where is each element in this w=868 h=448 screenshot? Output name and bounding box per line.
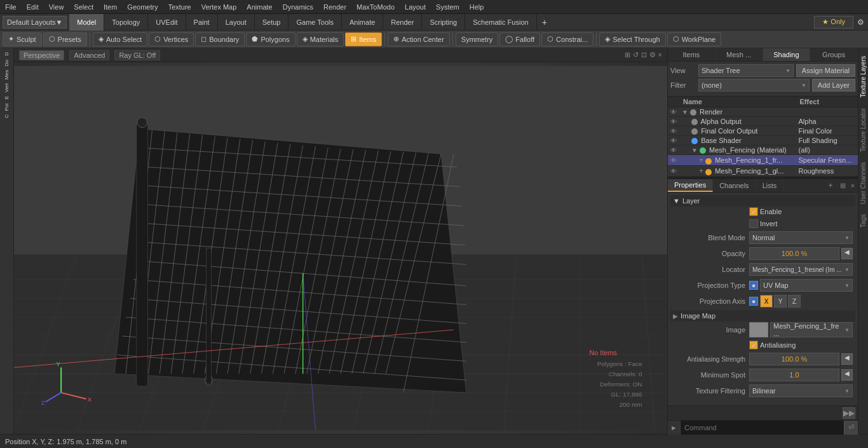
falloff-button[interactable]: ◯ Falloff [499,32,540,46]
vert-tab-tags[interactable]: Tags [858,209,868,233]
tab-properties[interactable]: Properties [668,179,713,192]
tab-topology[interactable]: Topology [104,14,148,31]
materials-button[interactable]: ◈ Materials [297,32,344,46]
menu-texture[interactable]: Texture [163,2,196,12]
viewport-fit-icon[interactable]: ⊡ [641,51,647,59]
perspective-label[interactable]: Perspective [19,50,64,60]
vertices-button[interactable]: ⬡ Vertices [149,32,194,46]
opacity-decrease[interactable]: ◀ [841,248,853,259]
enable-checkbox[interactable]: ✓ [749,207,758,216]
tab-model[interactable]: Model [69,14,104,31]
layout-dropdown[interactable]: Default Layouts ▼ [3,16,67,29]
presets-button[interactable]: ⬡ Presets [43,32,87,46]
tab-lists[interactable]: Lists [756,180,784,191]
menu-edit[interactable]: Edit [22,2,44,12]
viewport[interactable]: Perspective Advanced Ray GL: Off ⊞ ↺ ⊡ ⚙… [14,48,667,434]
y-axis-button[interactable]: Y [774,295,787,308]
opacity-input[interactable]: 100.0 % [749,247,839,260]
layout-plus-button[interactable]: + [537,16,552,29]
props-expand-icon[interactable]: ⊞ [838,182,848,190]
invert-checkbox[interactable] [749,219,758,228]
menu-dynamics[interactable]: Dynamics [278,2,318,12]
tab-paint[interactable]: Paint [186,14,218,31]
menu-help[interactable]: Help [465,2,489,12]
menu-vertex-map[interactable]: Vertex Map [196,2,242,12]
props-close-icon[interactable]: × [849,182,857,190]
right-tab-items[interactable]: Items [668,48,715,61]
eye-icon[interactable]: 👁 [670,109,677,116]
layout-gear-button[interactable]: ⚙ [853,17,868,28]
constrain-button[interactable]: ⬡ Constrai... [541,32,593,46]
boundary-button[interactable]: ◻ Boundary [195,32,245,46]
menu-item[interactable]: Item [98,2,122,12]
left-tool-5[interactable]: E [3,95,10,100]
layer-section-title[interactable]: ▼ Layer [670,195,855,207]
shader-row-roughness[interactable]: 👁 + Mesh_Fencing_1_gl... Roughness [668,166,858,177]
tab-scripting[interactable]: Scripting [422,14,465,31]
command-arrow[interactable]: ► [668,421,681,435]
antialiasing-strength-input[interactable]: 100.0 % [749,353,839,365]
left-tool-3[interactable]: Mes [3,69,10,81]
minimum-spot-input[interactable]: 1.0 [749,369,839,381]
eye-icon[interactable]: 👁 [670,137,677,144]
image-map-title[interactable]: ▶ Image Map [670,310,855,322]
image-dropdown[interactable]: Mesh_Fencing_1_fre ... [770,322,853,337]
menu-system[interactable]: System [431,2,465,12]
sculpt-button[interactable]: ✦ Sculpt [3,32,42,46]
left-tool-6[interactable]: Pol [3,102,10,112]
right-tab-groups[interactable]: Groups [810,48,858,61]
tab-schematic-fusion[interactable]: Schematic Fusion [465,14,536,31]
menu-view[interactable]: View [44,2,69,12]
projection-type-radio[interactable]: ● [749,281,758,290]
tab-game-tools[interactable]: Game Tools [288,14,342,31]
left-tool-7[interactable]: C [3,113,10,119]
locator-dropdown[interactable]: Mesh_Fencing_1_fresnel (Im ... [749,263,853,276]
left-tool-2[interactable]: Du [3,58,10,67]
minimum-spot-btn[interactable]: ◀ [841,369,853,381]
menu-maxtomodo[interactable]: MaxToModo [351,2,400,12]
shader-row-fresnel[interactable]: 👁 + Mesh_Fencing_1_fr... Specular Fresn.… [668,155,858,166]
assign-material-button[interactable]: Assign Material [796,64,855,77]
eye-icon[interactable]: 👁 [670,157,677,164]
menu-geometry[interactable]: Geometry [122,2,163,12]
shader-row-alpha[interactable]: 👁 Alpha Output Alpha [668,117,858,126]
right-tab-shading[interactable]: Shading [763,48,811,61]
tab-channels[interactable]: Channels [713,180,756,191]
filter-dropdown[interactable]: (none) [698,79,810,92]
eye-icon[interactable]: 👁 [670,118,677,125]
menu-file[interactable]: File [0,2,22,12]
polygons-button[interactable]: ⬟ Polygons [246,32,295,46]
viewport-expand-icon[interactable]: ⊞ [625,51,630,59]
workplane-button[interactable]: ⬡ WorkPlane [667,32,722,46]
shader-row-render[interactable]: 👁 ▼ Render [668,107,858,117]
add-layer-button[interactable]: Add Layer [812,79,855,92]
select-through-button[interactable]: ◈ Select Through [599,32,665,46]
eye-icon[interactable]: 👁 [670,168,677,175]
tab-animate[interactable]: Animate [342,14,383,31]
only-button[interactable]: ★ Only [814,16,853,29]
command-submit-button[interactable]: ⏎ [844,421,858,435]
vert-tab-texture-layers[interactable]: Texture Layers [858,51,868,103]
action-center-button[interactable]: ⊕ Action Center [388,32,450,46]
tab-layout[interactable]: Layout [218,14,255,31]
left-tool-4[interactable]: Vert [3,82,10,93]
x-axis-button[interactable]: X [760,295,773,308]
eye-icon[interactable]: 👁 [670,128,677,135]
tab-uvedit[interactable]: UVEdit [148,14,186,31]
viewport-canvas[interactable]: X Y Z No Items [14,62,667,434]
menu-select[interactable]: Select [69,2,98,12]
vert-tab-user-channels[interactable]: User Channels [858,157,868,209]
antialiasing-strength-btn[interactable]: ◀ [841,353,853,365]
viewport-reset-icon[interactable]: ↺ [633,51,639,59]
shader-row-mesh-fencing[interactable]: 👁 ▼ Mesh_Fencing (Material) (all) [668,146,858,155]
advanced-label[interactable]: Advanced [69,50,109,60]
ray-gl-label[interactable]: Ray GL: Off [114,50,160,60]
tab-setup[interactable]: Setup [255,14,289,31]
projection-type-dropdown[interactable]: UV Map [760,279,853,292]
menu-render[interactable]: Render [318,2,351,12]
menu-layout[interactable]: Layout [400,2,431,12]
menu-animate[interactable]: Animate [241,2,277,12]
right-tab-mesh[interactable]: Mesh ... [715,48,763,61]
projection-axis-radio[interactable]: ● [749,297,758,306]
items-button[interactable]: ⊞ Items [345,32,382,46]
